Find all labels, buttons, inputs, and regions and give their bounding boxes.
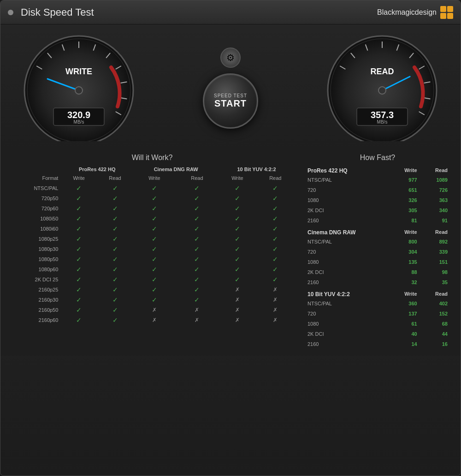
row-label: 720 (304, 309, 390, 319)
read-value: 35 (421, 277, 451, 287)
read-col-header: Read (421, 289, 451, 298)
check-icon: ✓ (152, 266, 157, 273)
row-label: NTSC/PAL (304, 175, 390, 185)
write-value: 40 (390, 329, 421, 339)
list-item: NTSC/PAL 360 402 (304, 298, 451, 309)
table-row: 1080i60✓✓✓✓✓✓ (10, 224, 295, 234)
will-it-work-title: Will it Work? (10, 154, 295, 162)
check-icon: ✓ (272, 256, 278, 263)
check-icon: ✓ (194, 266, 200, 273)
app-window: Disk Speed Test Blackmagicdesign (0, 0, 461, 476)
read-value: 91 (421, 215, 451, 226)
check-icon: ✓ (112, 215, 118, 222)
write-value: 88 (390, 267, 421, 277)
check-icon: ✓ (76, 296, 82, 303)
check-icon: ✓ (235, 195, 240, 202)
check-icon: ✓ (76, 266, 82, 273)
check-icon: ✓ (76, 235, 82, 243)
list-item: 2K DCI 40 44 (304, 329, 451, 339)
write-value: 32 (390, 277, 421, 287)
write-value: 61 (390, 319, 421, 329)
row-label: 720 (304, 247, 390, 257)
gauges-section: WRITE 320.9 MB/s ⚙ SPEED TEST START (0, 24, 461, 149)
check-icon: ✓ (112, 316, 118, 324)
row-label: NTSC/PAL (304, 298, 390, 309)
check-icon: ✓ (112, 245, 118, 253)
read-col-header: Read (421, 166, 451, 175)
section-header: 10 Bit YUV 4:2:2 (304, 289, 390, 298)
check-icon: ✓ (76, 306, 82, 314)
check-icon: ✓ (194, 256, 200, 263)
check-icon: ✓ (112, 286, 118, 293)
check-icon: ✓ (194, 245, 200, 253)
check-icon: ✓ (272, 245, 278, 253)
start-label: SPEED TEST (214, 93, 247, 98)
section-header-row: 10 Bit YUV 4:2:2 Write Read (304, 289, 451, 298)
row-label: 1080 (304, 195, 390, 205)
read-value: 340 (421, 205, 451, 215)
table-row: 1080p50✓✓✓✓✓✓ (10, 254, 295, 264)
write-col-header: Write (390, 227, 421, 237)
read-value: 98 (421, 267, 451, 277)
check-icon: ✓ (112, 306, 118, 314)
how-fast-section: How Fast? ProRes 422 HQ Write Read NTSC/… (304, 154, 451, 351)
write-gauge: WRITE 320.9 MB/s (14, 35, 143, 141)
write-value: 977 (390, 175, 421, 185)
write-value: 651 (390, 185, 421, 195)
cross-icon: ✗ (235, 317, 240, 323)
table-row: 2160p50✓✓✗✗✗✗ (10, 305, 295, 315)
list-item: 720 651 726 (304, 185, 451, 195)
check-icon: ✓ (152, 225, 157, 232)
write-col-header: Write (390, 289, 421, 298)
cross-icon: ✗ (273, 317, 278, 323)
check-icon: ✓ (235, 235, 240, 243)
table-row: 2160p25✓✓✓✓✗✗ (10, 285, 295, 295)
logo-icon (440, 6, 453, 19)
list-item: NTSC/PAL 977 1089 (304, 175, 451, 185)
row-label: 2160 (304, 215, 390, 226)
start-text: START (214, 98, 247, 109)
read-value: 16 (421, 339, 451, 349)
close-button[interactable] (8, 10, 13, 15)
check-icon: ✓ (272, 195, 278, 202)
read-value: 892 (421, 237, 451, 247)
read-gauge: READ 357.3 MB/s (318, 35, 447, 141)
logo: Blackmagicdesign (377, 6, 453, 19)
check-icon: ✓ (112, 296, 118, 303)
list-item: 2160 81 91 (304, 215, 451, 226)
check-icon: ✓ (112, 256, 118, 263)
cross-icon: ✗ (235, 297, 240, 303)
write-value: 14 (390, 339, 421, 349)
table-row: 1080i50✓✓✓✓✓✓ (10, 214, 295, 224)
cross-icon: ✗ (273, 286, 278, 293)
check-icon: ✓ (235, 276, 240, 283)
check-icon: ✓ (112, 195, 118, 202)
app-title: Disk Speed Test (21, 6, 94, 18)
read-col-header: Read (421, 227, 451, 237)
svg-text:WRITE: WRITE (65, 67, 92, 76)
table-row: 1080p25✓✓✓✓✓✓ (10, 234, 295, 244)
check-icon: ✓ (152, 286, 157, 293)
check-icon: ✓ (152, 276, 157, 283)
row-label: 2160 (304, 339, 390, 349)
row-label: 2160 (304, 277, 390, 287)
write-col-header: Write (390, 166, 421, 175)
write-value: 137 (390, 309, 421, 319)
logo-sq2 (447, 6, 453, 12)
check-icon: ✓ (194, 296, 200, 303)
list-item: 1080 326 363 (304, 195, 451, 205)
table-row: 1080p60✓✓✓✓✓✓ (10, 264, 295, 274)
list-item: 720 304 339 (304, 247, 451, 257)
table-row: 2K DCI 25✓✓✓✓✓✓ (10, 274, 295, 285)
svg-text:320.9: 320.9 (67, 110, 90, 120)
svg-text:MB/s: MB/s (377, 119, 388, 125)
cross-icon: ✗ (273, 297, 278, 303)
start-button[interactable]: SPEED TEST START (203, 73, 258, 129)
dng-header: Cinema DNG RAW (133, 166, 219, 173)
check-icon: ✓ (152, 235, 157, 243)
cross-icon: ✗ (195, 307, 199, 313)
write-value: 305 (390, 205, 421, 215)
will-it-work-section: Will it Work? ProRes 422 HQ Cinema DNG R… (10, 154, 295, 351)
tables-section: Will it Work? ProRes 422 HQ Cinema DNG R… (0, 149, 461, 356)
settings-button[interactable]: ⚙ (220, 48, 241, 68)
